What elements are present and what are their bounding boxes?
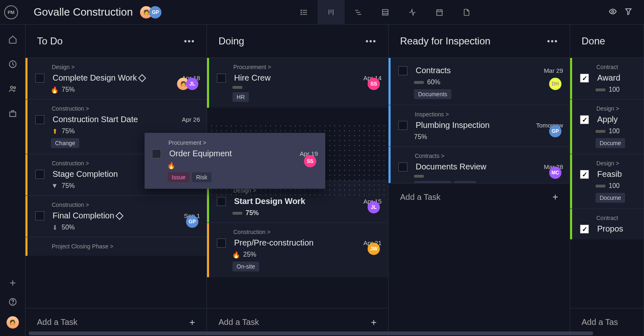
task-card[interactable]: Design > Complete Design Work Apr 18 🔥 7… [25, 58, 207, 99]
card-percent: 50% [62, 224, 75, 231]
card-category: Design > [596, 160, 637, 167]
checkbox[interactable] [35, 115, 44, 124]
sheet-view-icon[interactable] [372, 0, 399, 25]
checkbox[interactable] [35, 211, 44, 220]
horizontal-scrollbar[interactable] [29, 331, 642, 335]
help-icon[interactable] [8, 297, 17, 306]
card-category: Construction > [233, 229, 382, 235]
card-date: Mar 29 [544, 67, 563, 74]
avatar[interactable]: SS [304, 155, 316, 167]
avatar[interactable]: GP [549, 125, 561, 137]
milestone-icon [115, 212, 124, 220]
progress-bar [596, 130, 605, 133]
svg-point-23 [14, 87, 16, 89]
task-card[interactable]: Contract Award 100 [570, 58, 644, 99]
card-category: Contract [596, 215, 637, 221]
svg-point-28 [12, 304, 13, 304]
column-menu-icon[interactable]: ••• [184, 37, 195, 46]
home-icon[interactable] [8, 35, 17, 44]
task-card[interactable]: Inspections > Plumbing Inspection Tomorr… [389, 105, 570, 146]
checkbox[interactable] [152, 149, 161, 158]
checkbox[interactable] [35, 74, 44, 83]
progress-bar [232, 86, 242, 89]
dragging-task-card[interactable]: Procurement > Order Equipment Apr 19 🔥 I… [145, 133, 325, 189]
files-view-icon[interactable] [453, 0, 480, 25]
column-menu-icon[interactable]: ••• [547, 37, 558, 46]
gantt-view-icon[interactable] [345, 0, 372, 25]
plus-icon: + [189, 317, 195, 328]
checkbox[interactable] [35, 170, 44, 179]
checkbox[interactable] [217, 239, 226, 248]
checkbox[interactable] [580, 225, 589, 234]
tag[interactable]: Legal [454, 181, 476, 183]
task-card[interactable]: Contracts Mar 29 60% Documents DH [389, 58, 570, 105]
task-card[interactable]: Design > Apply 100 Docume [570, 99, 644, 154]
list-view-icon[interactable] [290, 0, 317, 25]
checkbox[interactable] [217, 197, 226, 206]
column-title: To Do [37, 35, 63, 47]
card-category: Project Closing Phase > [52, 243, 200, 250]
board-view-icon[interactable] [317, 0, 345, 25]
checkbox[interactable] [580, 170, 589, 179]
tag[interactable]: Risk [192, 172, 211, 182]
card-title: Order Equipment [169, 149, 296, 158]
topbar-right [609, 7, 632, 17]
svg-rect-24 [9, 112, 16, 116]
filter-icon[interactable] [624, 7, 632, 17]
progress-bar [596, 185, 605, 188]
card-percent: 75% [62, 86, 75, 93]
view-tabs [290, 0, 480, 25]
app-logo[interactable]: PM [4, 5, 18, 19]
task-card[interactable]: Contract Propos [570, 209, 644, 239]
tag[interactable]: HR [232, 92, 249, 102]
add-task-button[interactable]: Add a Task+ [389, 183, 570, 211]
portfolio-icon[interactable] [8, 109, 17, 118]
activity-view-icon[interactable] [399, 0, 426, 25]
add-icon[interactable] [8, 278, 17, 287]
user-avatar[interactable]: 🧑 [7, 316, 19, 329]
svg-point-3 [301, 10, 301, 11]
card-percent: 75% [62, 182, 75, 190]
tag[interactable]: Docume [596, 193, 625, 203]
avatar[interactable]: JW [368, 243, 380, 255]
avatar[interactable]: GP [149, 6, 161, 19]
card-title: Complete Design Work [53, 73, 178, 83]
card-avatars[interactable]: 🧑 JL [177, 78, 198, 90]
tag[interactable]: Documents [414, 89, 451, 99]
task-card[interactable]: Procurement > Hire Crew Apr 14 HR SS [207, 58, 388, 108]
svg-point-22 [10, 86, 13, 89]
checkbox[interactable] [217, 74, 226, 83]
card-title: Start Design Work [234, 197, 359, 206]
avatar[interactable]: MC [549, 167, 561, 179]
task-card[interactable]: Contracts > Documents Review Mar 28 Docu… [389, 146, 570, 183]
checkbox[interactable] [580, 74, 589, 83]
task-card[interactable]: Construction > Prep/Pre-construction Apr… [207, 222, 388, 277]
column-menu-icon[interactable]: ••• [366, 37, 377, 46]
task-card[interactable]: Project Closing Phase > [25, 237, 207, 256]
avatar[interactable]: GP [186, 216, 198, 228]
checkbox[interactable] [398, 66, 407, 75]
team-icon[interactable] [8, 84, 17, 93]
tag[interactable]: Issue [168, 172, 189, 182]
tag[interactable]: Change [51, 138, 79, 148]
tag[interactable]: On-site [232, 262, 259, 271]
avatar[interactable]: SS [368, 78, 380, 90]
avatar[interactable]: DH [549, 78, 561, 90]
arrow-up-icon: ⬆ [51, 127, 58, 135]
avatar[interactable]: JL [368, 201, 380, 213]
project-title: Govalle Construction [34, 6, 133, 19]
card-title: Construction Start Date [53, 115, 178, 124]
task-card[interactable]: Design > Feasib 100 Docume [570, 154, 644, 209]
time-icon[interactable] [8, 60, 17, 69]
calendar-view-icon[interactable] [426, 0, 453, 25]
project-avatars[interactable]: 🧑 GP [140, 6, 161, 19]
chevron-down-icon: ▼ [51, 182, 58, 190]
tag[interactable]: Documents [414, 181, 451, 183]
task-card[interactable]: Construction > Final Completion Sep 1 ⬇ … [25, 195, 207, 237]
checkbox[interactable] [580, 115, 589, 124]
checkbox[interactable] [398, 162, 407, 171]
checkbox[interactable] [398, 121, 407, 130]
card-category: Construction > [52, 202, 200, 208]
eye-icon[interactable] [609, 7, 617, 17]
tag[interactable]: Docume [596, 138, 625, 148]
